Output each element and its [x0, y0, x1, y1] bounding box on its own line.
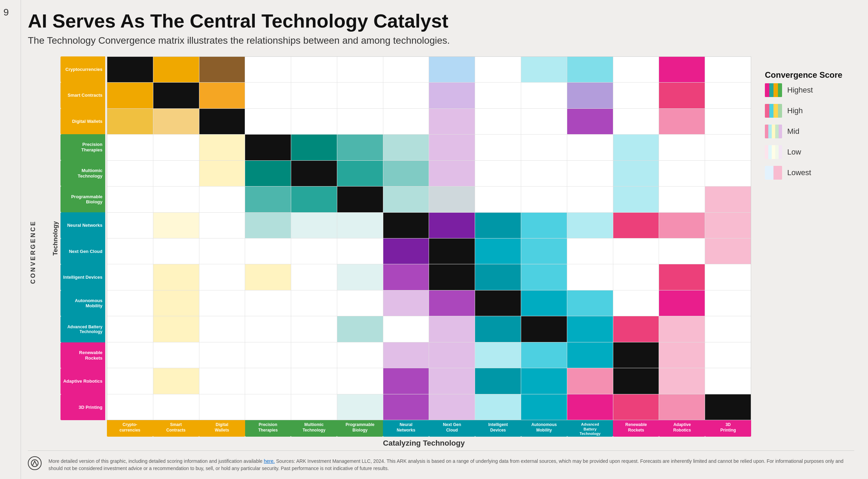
x-label-autonomous-mobility: AutonomousMobility [521, 420, 567, 437]
x-labels-container: Crypto-currencies SmartContracts Digital… [52, 420, 751, 437]
legend-panel: Convergence Score Highest [765, 56, 854, 448]
legend-label-low: Low [787, 148, 801, 157]
y-label-neural-networks: Neural Networks [61, 212, 105, 238]
convergence-axis-label: CONVERGENCE [28, 56, 38, 448]
x-label-next-gen-cloud: Next GenCloud [429, 420, 475, 437]
y-label-intelligent-devices: Intelligent Devices [61, 264, 105, 290]
legend-label-high: High [787, 106, 803, 115]
technology-axis-label: Technology [52, 221, 59, 256]
footer-area: More detailed version of this graphic, i… [28, 450, 854, 472]
y-label-programmable-biology: Programmable Biology [61, 186, 105, 212]
x-label-digital-wallets: DigitalWallets [199, 420, 245, 437]
x-label-smart-contracts: SmartContracts [153, 420, 199, 437]
y-label-renewable-rockets: Renewable Rockets [61, 342, 105, 369]
ark-logo [28, 456, 42, 470]
x-label-multiomic-technology: MultiomicTechnology [291, 420, 337, 437]
y-label-cryptocurrencies: Cryptocurrencies [61, 56, 105, 83]
y-label-advanced-battery: Advanced Battery Technology [61, 316, 105, 342]
page-number: 9 [3, 7, 9, 18]
x-label-intelligent-devices: IntelligentDevices [475, 420, 521, 437]
legend-label-highest: Highest [787, 86, 813, 95]
legend-item-lowest: Lowest [765, 166, 854, 180]
x-label-cryptocurrencies: Crypto-currencies [107, 420, 153, 437]
x-label-advanced-battery: AdvancedBatteryTechnology [567, 420, 613, 437]
page-title: AI Serves As The Central Technology Cata… [28, 10, 854, 32]
y-label-digital-wallets: Digital Wallets [61, 108, 105, 135]
y-label-adaptive-robotics: Adaptive Robotics [61, 368, 105, 394]
legend-label-lowest: Lowest [787, 168, 811, 177]
catalyzing-axis-label: Catalyzing Technology [97, 439, 751, 448]
x-label-programmable-biology: ProgrammableBiology [337, 420, 383, 437]
matrix-grid [107, 56, 751, 421]
y-label-precision-therapies: Precision Therapies [61, 134, 105, 160]
y-label-multiomic-technology: Multiomic Technology [61, 160, 105, 187]
footer-link[interactable]: here. [264, 458, 275, 464]
legend-item-high: High [765, 104, 854, 118]
legend-title: Convergence Score [765, 70, 854, 80]
legend-item-low: Low [765, 145, 854, 159]
y-label-next-gen-cloud: Next Gen Cloud [61, 238, 105, 265]
page-subtitle: The Technology Convergence matrix illust… [28, 35, 854, 46]
y-label-autonomous-mobility: Autonomous Mobility [61, 290, 105, 317]
x-label-3d-printing: 3DPrinting [705, 420, 751, 437]
legend-item-mid: Mid [765, 125, 854, 138]
legend-item-highest: Highest [765, 83, 854, 97]
x-label-renewable-rockets: RenewableRockets [613, 420, 659, 437]
y-label-smart-contracts: Smart Contracts [61, 82, 105, 108]
x-label-adaptive-robotics: AdaptiveRobotics [659, 420, 705, 437]
x-label-neural-networks: NeuralNetworks [383, 420, 429, 437]
legend-label-mid: Mid [787, 127, 799, 136]
footer-text: More detailed version of this graphic, i… [48, 458, 854, 472]
y-label-3d-printing: 3D Printing [61, 394, 105, 421]
x-label-precision-therapies: PrecisionTherapies [245, 420, 291, 437]
y-labels-container: Cryptocurrencies Smart Contracts Digital… [61, 56, 105, 421]
